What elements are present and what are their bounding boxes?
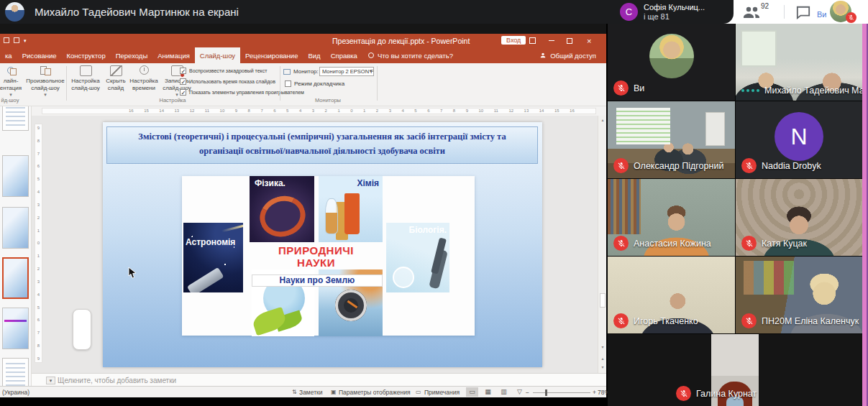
slide-thumbnail[interactable] — [2, 155, 29, 197]
presenter-banner-text: Михайло Тадейович Мартинюк на екрані — [35, 6, 239, 18]
notes-collapse-icon[interactable]: ▾ — [46, 377, 55, 384]
tile-you[interactable]: Ви — [608, 24, 735, 101]
tab-help[interactable]: Справка — [326, 47, 362, 63]
ruler-number: 12 — [190, 109, 195, 113]
slide-thumbnail[interactable] — [2, 106, 29, 131]
participants-pill[interactable]: C Софія Кульчиц... і ще 81 — [620, 0, 705, 24]
participant-name: Анастасия Кожина — [634, 239, 711, 249]
hide-slide-button[interactable]: Скрыть слайд — [104, 65, 128, 91]
checkbox-play-narrations[interactable]: Воспроизвести закадровый текст — [180, 68, 267, 74]
reading-view-button[interactable]: ▥ — [498, 387, 510, 397]
tile-galyna[interactable]: Галина Курнат — [608, 334, 862, 406]
tile-naddia[interactable]: N Naddia Drobyk — [736, 101, 862, 178]
signin-button[interactable]: Вход — [501, 36, 526, 45]
ruler-number: 7 — [37, 152, 40, 156]
floating-scrollbar-thumb[interactable] — [73, 309, 91, 350]
notes-pane[interactable]: ▾ Щелкните, чтобы добавить заметки — [32, 373, 606, 386]
tell-me-box[interactable]: Что вы хотите сделать? — [362, 47, 459, 63]
tab-animations[interactable]: Анимация — [152, 47, 195, 63]
maximize-button[interactable] — [567, 34, 572, 47]
speaking-indicator-icon — [741, 89, 759, 92]
quick-access-toolbar[interactable]: ▾ — [4, 37, 28, 43]
participants-icon[interactable] — [742, 5, 761, 19]
ruler-number: 16 — [129, 109, 134, 113]
ruler-number: 9 — [235, 109, 237, 113]
display-settings-button[interactable]: Параметры отображения — [339, 389, 411, 396]
custom-slideshow-button[interactable]: Произвольное слайд-шоу — [26, 65, 65, 98]
slide-canvas[interactable]: Змістові (теоретичні) і процесуальні (ем… — [103, 122, 542, 367]
ruler-number: 10 — [478, 109, 483, 113]
notes-toggle[interactable]: Заметки — [299, 389, 323, 396]
tile-oleksandr[interactable]: Олександр Підгорний — [608, 101, 735, 178]
slide-thumbnail[interactable] — [2, 308, 29, 349]
rehearse-timings-button[interactable]: Настройка времени — [129, 65, 158, 91]
slideshow-view-button[interactable]: ▽ — [513, 387, 526, 397]
participants-grid: Ви Михайло Тадейович Ма... Олександр Під… — [608, 24, 862, 406]
tab-design[interactable]: Конструктор — [62, 47, 111, 63]
slide-thumbnails-pane[interactable] — [0, 106, 32, 386]
language-indicator[interactable]: (Украина) — [2, 389, 29, 396]
checkbox-show-media-controls[interactable]: Показать элементы управления проигрывате… — [180, 89, 304, 96]
meet-toolbar: 92 Ви — [734, 0, 868, 24]
normal-view-button[interactable]: ▭ — [466, 387, 478, 397]
tab-transitions[interactable]: Переходы — [111, 47, 153, 63]
online-presentation-button[interactable]: лайн-ентация — [0, 65, 24, 98]
share-button[interactable]: Общий доступ — [539, 47, 606, 63]
tab-insert-partial[interactable]: ка — [0, 47, 17, 63]
minimize-button[interactable] — [549, 34, 554, 47]
tab-view[interactable]: Вид — [303, 47, 325, 63]
ruler-number: 6 — [427, 109, 429, 113]
natural-sciences-heading: ПРИРОДНИЧІ НАУКИ — [250, 244, 383, 269]
mic-muted-icon — [741, 313, 757, 328]
close-button[interactable]: × — [587, 34, 591, 47]
chat-icon[interactable] — [795, 5, 811, 19]
setup-slideshow-button[interactable]: Настройка слайд-шоу — [69, 65, 102, 91]
ribbon-display-options-icon[interactable] — [529, 34, 536, 47]
tile-katya[interactable]: Катя Куцак — [736, 179, 862, 256]
online-presentation-icon — [5, 65, 17, 76]
biology-image: Біологія. — [386, 223, 449, 292]
canvas-vertical-scrollbar[interactable]: ▴ ▾ ▴ ▾ — [598, 116, 606, 373]
scroll-up-icon[interactable]: ▴ — [598, 117, 607, 122]
ruler-number: 0 — [37, 241, 40, 245]
participant-name: Ви — [634, 83, 644, 93]
save-icon[interactable] — [4, 37, 9, 43]
checkbox-presenter-view[interactable]: Режим докладчика — [285, 80, 344, 87]
next-slide-icon[interactable]: ▾ — [598, 364, 607, 369]
participant-name: Игорь Ткаченко — [634, 316, 698, 326]
ruler-number: 5 — [286, 109, 288, 113]
undo-icon[interactable] — [14, 37, 19, 43]
tab-draw[interactable]: Рисование — [17, 47, 62, 63]
tile-elina[interactable]: ПН20М Еліна Каленчук — [736, 257, 862, 333]
participant-name: Галина Курнат — [696, 389, 757, 399]
group-separator — [66, 66, 67, 101]
slide-thumbnail[interactable] — [2, 358, 29, 386]
ruler-number: 0 — [350, 109, 352, 113]
slide-thumbnail-selected[interactable] — [2, 257, 29, 299]
zoom-out-button[interactable]: − — [526, 389, 529, 396]
scroll-down-icon[interactable]: ▾ — [598, 344, 607, 349]
monitor-select[interactable]: Монитор 2 EPSON PJ — [319, 67, 374, 76]
tile-anastasia[interactable]: Анастасия Кожина — [608, 179, 735, 256]
notes-placeholder: Щелкните, чтобы добавить заметки — [58, 377, 176, 384]
slide-sorter-view-button[interactable]: ▦ — [482, 387, 494, 397]
qat-caret-icon[interactable]: ▾ — [24, 38, 28, 42]
ppt-titlebar[interactable]: ▾ Презентація до лекції.pptx - PowerPoin… — [0, 34, 606, 47]
you-label: Ви — [817, 10, 826, 19]
comments-button[interactable]: Примечания — [424, 389, 460, 396]
slide-thumbnail[interactable] — [2, 207, 29, 249]
window-edge-strip — [862, 24, 868, 406]
tile-igor[interactable]: Игорь Ткаченко — [608, 257, 735, 333]
tile-mykhailo[interactable]: Михайло Тадейович Ма... — [736, 24, 862, 101]
ruler-number: 14 — [159, 109, 164, 113]
ruler-number: 9 — [37, 126, 40, 130]
previous-slide-icon[interactable]: ▴ — [598, 356, 607, 361]
tab-slideshow[interactable]: Слайд-шоу — [195, 47, 240, 63]
zoom-in-button[interactable]: + — [593, 389, 596, 396]
zoom-slider[interactable] — [533, 392, 590, 393]
scrollbar-thumb[interactable] — [600, 293, 606, 308]
mic-muted-icon — [741, 236, 757, 251]
zoom-slider-thumb[interactable] — [545, 389, 547, 396]
checkbox-use-timings[interactable]: Использовать время показа слайдов — [180, 78, 275, 85]
tab-review[interactable]: Рецензирование — [240, 47, 303, 63]
